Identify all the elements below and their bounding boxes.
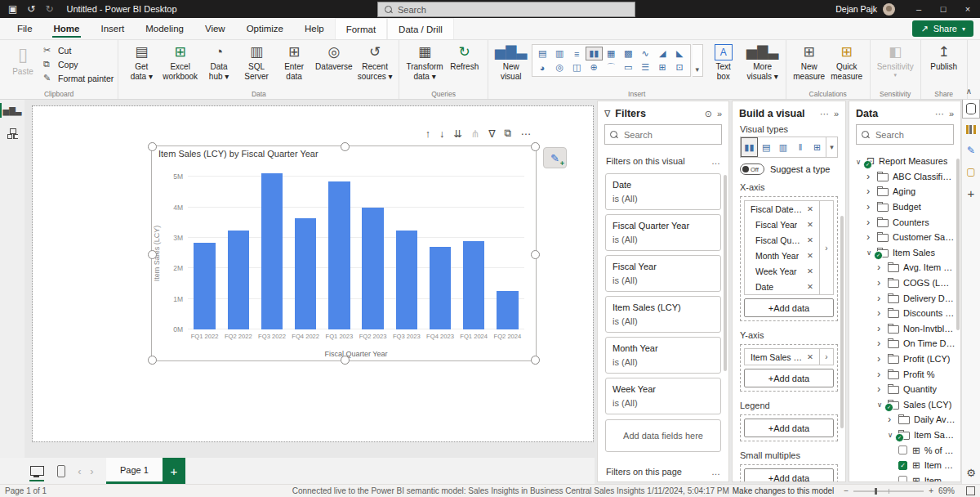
selection-button[interactable]: ▢ (962, 161, 980, 182)
enter-data-button[interactable]: ⊞ Enter data (275, 42, 313, 82)
filter-card[interactable]: Date is (All) (605, 173, 721, 210)
report-page[interactable]: ↑↓⇊⋔∇⧉⋯ ✎ Item Sales (LCY) by Fiscal Qua… (33, 106, 593, 441)
add-data-button[interactable]: +Add data (744, 419, 834, 437)
tab-home[interactable]: Home (43, 18, 91, 39)
report-view-button[interactable]: ▅▇▃ (0, 99, 24, 122)
tree-item[interactable]: ⊡ ⊞ Profit % (849, 366, 956, 382)
redo-icon[interactable]: ↻ (45, 3, 53, 15)
desktop-layout-button[interactable] (24, 458, 49, 484)
chevron-icon[interactable] (877, 307, 888, 319)
tree-item[interactable]: ⊡ ⊞ Sales (LCY) (849, 397, 956, 413)
map-icon[interactable]: ⊕ (586, 60, 603, 74)
filter-card[interactable]: Week Year is (All) (605, 378, 721, 414)
cut-button[interactable]: ✂ Cut (43, 43, 114, 57)
chevron-icon[interactable] (866, 201, 877, 213)
chip-month-year[interactable]: Month Year ✕ (745, 248, 819, 263)
clustered-column-type[interactable]: ▮▮ (741, 137, 758, 157)
table-type[interactable]: ⊞ (808, 137, 826, 157)
chevron-icon[interactable] (877, 262, 888, 273)
area-chart-icon[interactable]: ◢ (654, 47, 671, 60)
format-painter-button[interactable]: ✎ Format painter (43, 71, 114, 85)
bar-chart-visual[interactable]: ↑↓⇊⋔∇⧉⋯ ✎ Item Sales (LCY) by Fiscal Qua… (151, 146, 537, 361)
fit-to-page-icon[interactable] (966, 486, 975, 495)
remove-field-icon[interactable]: ✕ (803, 282, 817, 291)
tree-item[interactable]: ⊡ ⊞ ABC Classification (849, 169, 956, 185)
user-name[interactable]: Dejan Pajk (835, 4, 877, 14)
transform-data-button[interactable]: ▦ Transform data ▾ (403, 42, 445, 82)
bar[interactable] (328, 181, 350, 329)
filter-card[interactable]: Month Year is (All) (605, 337, 721, 374)
zoom-slider[interactable] (853, 490, 924, 492)
chevron-icon[interactable] (877, 369, 888, 380)
chevron-icon[interactable] (877, 323, 888, 334)
tree-item[interactable]: ⊡ ⊞ Non-Invtbl. Costs ... (849, 321, 956, 337)
dataverse-button[interactable]: ◎ Dataverse (313, 42, 355, 82)
gauge-icon[interactable]: ⌒ (603, 60, 620, 74)
recent-sources-button[interactable]: ↺ Recent sources ▾ (355, 42, 395, 82)
tree-item[interactable]: ⊡ ⊞ Daily Average (849, 412, 956, 428)
expand-fields-icon[interactable]: › (819, 349, 833, 365)
stacked-bar-type[interactable]: ▤ (758, 137, 775, 157)
avatar[interactable] (883, 3, 895, 16)
more-options-icon[interactable]: … (711, 467, 720, 477)
table-icon[interactable]: ⊞ (654, 60, 671, 74)
tree-item[interactable]: ⊡ ⊞ COGS (LCY) (849, 275, 956, 291)
minimize-button[interactable]: – (906, 0, 931, 18)
checkbox[interactable] (898, 461, 907, 470)
checkbox[interactable] (898, 476, 907, 481)
resize-handle[interactable] (341, 356, 350, 365)
resize-handle[interactable] (531, 356, 540, 365)
chip-fiscal-year[interactable]: Fiscal Year ✕ (745, 217, 819, 232)
zoom-slider-thumb[interactable] (875, 488, 877, 495)
paste-button[interactable]: ▯ Paste (4, 42, 42, 77)
stacked-column-chart-icon[interactable]: ▥ (551, 47, 568, 60)
remove-field-icon[interactable]: ✕ (803, 352, 817, 361)
data-search-input[interactable] (874, 129, 948, 141)
remove-field-icon[interactable]: ✕ (803, 235, 817, 244)
excel-workbook-button[interactable]: ⊞ Excel workbook (160, 42, 200, 82)
filter-icon[interactable]: ∇ (488, 128, 495, 140)
line-chart-icon[interactable]: ∿ (637, 47, 654, 60)
close-button[interactable]: × (956, 0, 980, 18)
tree-item[interactable]: ⊡ ⊞ Counters (849, 214, 956, 230)
bar[interactable] (463, 241, 484, 329)
text-box-button[interactable]: A Text box (705, 42, 742, 82)
chevron-icon[interactable] (877, 277, 888, 289)
drill-down-icon[interactable]: ↓ (439, 128, 444, 140)
bar[interactable] (295, 218, 316, 329)
resize-handle[interactable] (531, 250, 540, 259)
100-stacked-column-chart-icon[interactable]: ▩ (620, 47, 637, 60)
filters-add-field-dropzone[interactable]: Add data fields here (605, 419, 721, 452)
zoom-in-icon[interactable]: + (929, 486, 933, 495)
collapse-ribbon-icon[interactable]: ∧ (966, 87, 972, 96)
drill-up-icon[interactable]: ↑ (425, 128, 430, 140)
sensitivity-button[interactable]: ◧ Sensitivity ▾ (875, 42, 916, 78)
focus-mode-icon[interactable]: ⧉ (505, 128, 512, 140)
clustered-bar-type[interactable]: ‖ (791, 137, 808, 157)
chevron-icon[interactable] (877, 383, 888, 395)
chip-fiscal-quarter[interactable]: Fiscal Quart... ✕ (745, 232, 819, 248)
filter-card[interactable]: Fiscal Year is (All) (605, 255, 721, 292)
clustered-bar-chart-icon[interactable]: ≡ (568, 47, 586, 60)
gallery-expand-button[interactable]: ▾ (693, 44, 703, 77)
save-icon[interactable]: ▣ (8, 3, 17, 15)
new-visual-button[interactable]: ▅▇▃ New visual (492, 42, 530, 82)
chevron-icon[interactable] (877, 293, 888, 304)
x-axis-well[interactable]: Fiscal Date H... ✕ Fiscal Year ✕ Fiscal … (740, 196, 838, 321)
remove-field-icon[interactable]: ✕ (803, 266, 817, 275)
stacked-area-chart-icon[interactable]: ◣ (671, 47, 688, 60)
resize-handle[interactable] (148, 250, 157, 259)
tab-format[interactable]: Format (335, 18, 387, 39)
resize-handle[interactable] (148, 142, 157, 151)
more-options-icon[interactable]: ⋯ (820, 109, 829, 119)
chevron-icon[interactable] (866, 231, 877, 243)
global-search[interactable]: Search (377, 2, 635, 17)
tab-help[interactable]: Help (294, 18, 335, 39)
tree-item[interactable]: ⊡ ⊞ Quantity (849, 382, 956, 397)
settings-gear-icon[interactable]: ⚙ (962, 467, 980, 479)
get-data-button[interactable]: ▤ Get data ▾ (122, 42, 160, 82)
tree-item[interactable]: ⊡ ⊞ Budget (849, 199, 956, 215)
tree-item[interactable]: ⊡ ⊞ Delivery Days (849, 290, 956, 306)
scrollbar[interactable] (956, 159, 960, 330)
eye-icon[interactable]: ⊙ (705, 109, 712, 119)
